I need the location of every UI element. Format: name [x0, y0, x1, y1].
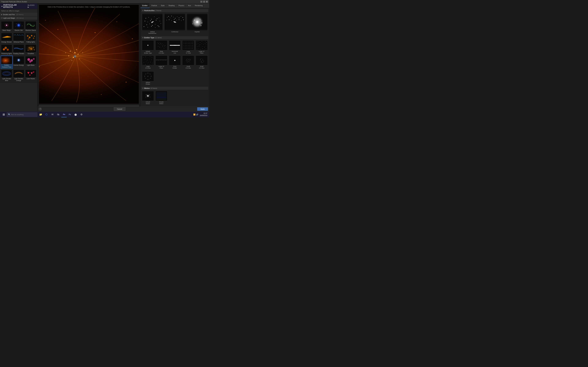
svg-point-254 [152, 64, 152, 64]
preset-thumb [164, 13, 185, 31]
preset-motion-2[interactable]: StreaksMotion [155, 90, 168, 105]
preset-deep-xyz-box[interactable]: DeepXYZ Box [155, 40, 168, 54]
taskbar-app-store[interactable]: 🛍 [55, 112, 61, 117]
preset-large-xy-grid[interactable]: LargeXY Grid [182, 40, 195, 54]
section-particles-sec[interactable]: ▼ Particles/Sec (3 items) [141, 9, 208, 12]
preset-sphere-emitter[interactable]: SphereEmitter [141, 71, 155, 85]
taskbar-app-mail[interactable]: ✉ [50, 112, 55, 117]
svg-point-257 [156, 60, 156, 60]
taskbar-app-ps[interactable]: Ps [67, 112, 73, 117]
svg-point-177 [191, 42, 191, 42]
svg-point-57 [29, 60, 31, 63]
svg-point-260 [160, 60, 160, 60]
svg-point-136 [173, 21, 174, 22]
maximize-button[interactable]: □ [203, 1, 205, 3]
svg-point-76 [76, 49, 77, 50]
rtab-particle[interactable]: Particle [150, 3, 159, 8]
preset-motion-1[interactable]: DefaultMotion [141, 90, 155, 105]
preset-point-emitter[interactable]: PointEmitter [168, 55, 182, 70]
effect-basic-magic[interactable]: Basic Magic [1, 20, 13, 32]
search-input[interactable] [11, 114, 36, 116]
svg-point-221 [207, 45, 207, 45]
rtab-style[interactable]: Style [159, 3, 167, 8]
effect-label: Basic Magic [2, 30, 11, 31]
preset-default-emitter[interactable]: DefaultEmitter Type [141, 40, 155, 54]
section-motion[interactable]: ▼ Motion (10 items) [141, 87, 208, 90]
rtab-aux[interactable]: Aux [186, 3, 193, 8]
preset-continuous[interactable]: Continuous [164, 13, 186, 35]
taskbar-app-files[interactable]: 📁 [38, 112, 43, 117]
effect-floating-streaks[interactable]: Floating Streaks [13, 44, 25, 55]
svg-point-133 [181, 20, 182, 21]
effect-glowfield[interactable]: Glowfield [25, 44, 37, 55]
svg-point-277 [187, 60, 187, 61]
preset-large-xy-plane[interactable]: Large XYPlane [195, 40, 208, 54]
main-layout: ◀ PARTICULAR EFFECTS BLOCKS ▶ Select an … [0, 3, 209, 111]
apply-button[interactable]: Apply [197, 107, 208, 111]
svg-point-190 [190, 45, 190, 45]
svg-point-220 [205, 44, 205, 44]
svg-point-129 [172, 20, 172, 21]
taskbar-app-chrome[interactable]: ⬤ [73, 112, 78, 117]
svg-point-43 [29, 47, 29, 48]
taskbar-app-settings[interactable]: ⚙ [79, 112, 84, 117]
preview-canvas[interactable]: Click in the Preview Area to restart the… [39, 5, 139, 104]
svg-point-204 [190, 49, 190, 49]
preset-label: Large XZPlane [158, 66, 164, 69]
effect-thumb-love-hearts [25, 70, 36, 77]
preset-small-xyz-box-1[interactable]: SmallXYZ Box [182, 55, 195, 70]
help-button[interactable]: ? [39, 108, 42, 110]
svg-point-214 [206, 42, 207, 42]
svg-point-238 [150, 56, 150, 57]
category-smoke-fire[interactable]: ▶ Smoke and Fire (33 items) [0, 13, 37, 16]
start-button[interactable]: ⊞ [1, 112, 7, 117]
svg-point-313 [150, 97, 150, 97]
effect-inverse-energy[interactable]: Inverse Energy [13, 55, 25, 69]
preset-explode[interactable]: Explode [186, 13, 208, 35]
minimize-button[interactable]: ─ [200, 1, 202, 3]
rtab-emitter[interactable]: Emitter [140, 3, 150, 8]
rtab-shading[interactable]: Shading [167, 3, 177, 8]
preset-large-xz-plane[interactable]: Large XZPlane [155, 55, 168, 70]
effect-ethereal-plane[interactable]: Ethereal Plane [13, 32, 25, 44]
svg-point-93 [154, 17, 154, 17]
cancel-button[interactable]: Cancel [114, 107, 125, 111]
effect-label: Light Streaks Orange [13, 78, 24, 82]
effect-flickering-lights[interactable]: Flickering lights [1, 44, 13, 55]
svg-point-145 [198, 18, 198, 18]
preset-large-xyz-box[interactable]: LargeXYZ Box [141, 55, 155, 70]
effect-light-streaks-blue[interactable]: Light Streaks Blue [1, 69, 13, 82]
rtab-physics[interactable]: Physics [177, 3, 186, 8]
category-light-magic[interactable]: ▼ Light and Magic (30 items) [0, 16, 37, 20]
preset-thumb [142, 40, 154, 50]
svg-point-203 [188, 49, 188, 49]
rtab-rendering[interactable]: Rendering [193, 3, 205, 8]
effect-label: Electric Orb [15, 30, 23, 31]
blocks-label[interactable]: BLOCKS ▶ [28, 4, 36, 8]
taskbar-app-edge[interactable]: ⬡ [44, 112, 49, 117]
sidebar-list: ▶ Smoke and Fire (33 items) ▼ Light and … [0, 13, 37, 111]
effect-golden-outward-flow[interactable]: Golden Outward Flow [1, 55, 13, 69]
effect-love-hearts[interactable]: Love Hearts [25, 69, 37, 82]
preset-default-particles-sec[interactable]: DefaultParticles/Sec [141, 13, 163, 35]
effect-electron-dance[interactable]: Electron Dance [25, 20, 37, 32]
svg-point-154 [160, 44, 160, 44]
effect-falling-lights[interactable]: Falling lights [25, 32, 37, 44]
svg-point-186 [184, 45, 184, 45]
preset-horizontal-axis[interactable]: HorizontalAxis [168, 40, 182, 54]
svg-point-72 [79, 58, 80, 59]
effect-thumb-ethereal-plane [13, 33, 24, 41]
taskbar-app-ae[interactable]: Ae [61, 112, 67, 117]
preset-small-xyz-box-2[interactable]: SmallXYZ Box [195, 55, 208, 70]
effect-light-streaks-orange[interactable]: Light Streaks Orange [13, 69, 25, 82]
effect-light-blobs[interactable]: Light Blobs [25, 55, 37, 69]
section-emitter-type[interactable]: ▼ Emitter Type (11 items) [141, 36, 208, 39]
taskbar-right: 📶 🔊 22:37 16/09/2016 [193, 112, 208, 117]
close-button[interactable]: ✕ [206, 1, 208, 3]
search-bar[interactable]: 🔍 [7, 112, 37, 117]
preset-thumb [169, 56, 181, 66]
effect-energy-stream[interactable]: Energy Stream [1, 32, 13, 44]
effect-electric-orb[interactable]: Electric Orb [13, 20, 25, 32]
back-arrow-icon[interactable]: ◀ [1, 5, 2, 7]
svg-point-290 [201, 61, 202, 61]
